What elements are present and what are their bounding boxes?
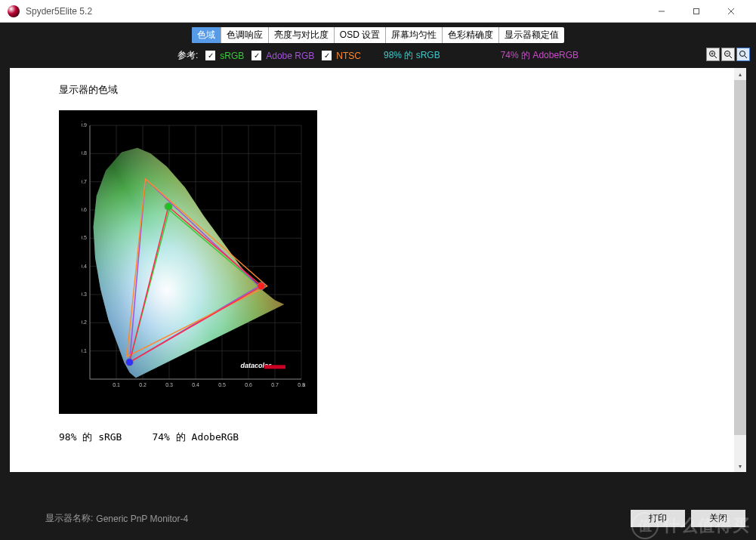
tabs: 色域色调响应亮度与对比度OSD 设置屏幕均匀性色彩精确度显示器额定值 [192,27,564,43]
svg-text:0.6: 0.6 [245,382,252,387]
ref-adobergb[interactable]: ✓ Adobe RGB [251,51,314,61]
checkbox-icon: ✓ [251,51,261,60]
close-action-button[interactable]: 关闭 [691,510,745,527]
chart-svg: 0.10.20.30.40.50.60.70.80.10.20.30.40.50… [82,118,310,394]
checkbox-icon: ✓ [322,51,332,60]
svg-text:0.5: 0.5 [218,382,226,387]
tabs-row: 色域色调响应亮度与对比度OSD 设置屏幕均匀性色彩精确度显示器额定值 [6,27,750,43]
footer: 显示器名称: Generic PnP Monitor-4 打印 关闭 [45,510,745,527]
below-srgb: 98% 的 sRGB [59,430,122,444]
checkbox-icon: ✓ [205,51,215,60]
minimize-button[interactable] [644,0,679,23]
svg-line-9 [730,56,732,58]
tab-0[interactable]: 色域 [192,27,221,43]
svg-text:0.3: 0.3 [165,382,173,387]
stat-adobergb: 74% 的 AdobeRGB [501,49,579,62]
svg-text:0.2: 0.2 [82,319,87,325]
svg-point-52 [165,203,172,211]
svg-text:0.2: 0.2 [139,382,147,387]
svg-text:0.4: 0.4 [192,382,199,387]
svg-point-51 [258,282,265,290]
close-button[interactable] [714,0,748,23]
svg-line-5 [714,56,717,58]
svg-text:0.7: 0.7 [82,179,87,184]
tab-3[interactable]: OSD 设置 [335,27,386,43]
tab-1[interactable]: 色调响应 [221,27,269,43]
zoom-in-button[interactable] [706,48,720,61]
gamut-chart: 0.10.20.30.40.50.60.70.80.10.20.30.40.50… [59,110,317,414]
svg-text:x: x [303,382,306,387]
svg-text:0.6: 0.6 [82,207,87,212]
zoom-fit-button[interactable] [736,48,750,61]
svg-rect-1 [694,8,699,14]
app-body: 色域色调响应亮度与对比度OSD 设置屏幕均匀性色彩精确度显示器额定值 参考: ✓… [0,23,756,540]
reference-row: 参考: ✓ sRGB ✓ Adobe RGB ✓ NTSC 98% 的 sRGB… [6,49,750,62]
titlebar: Spyder5Elite 5.2 [0,0,756,23]
tab-2[interactable]: 亮度与对比度 [269,27,335,43]
scroll-up-icon[interactable]: ▴ [734,68,746,80]
svg-line-12 [745,56,747,58]
ref-ntsc-label: NTSC [336,51,361,61]
ref-srgb-label: sRGB [220,51,244,61]
window-title: Spyder5Elite 5.2 [26,6,644,17]
scrollbar-thumb[interactable] [734,80,746,435]
zoom-controls [706,48,750,61]
tab-4[interactable]: 屏幕均匀性 [386,27,443,43]
svg-text:0.7: 0.7 [271,382,279,387]
svg-text:0.3: 0.3 [82,292,87,297]
svg-point-53 [126,359,134,366]
maximize-button[interactable] [679,0,714,23]
svg-text:0.9: 0.9 [82,122,87,128]
svg-text:0.8: 0.8 [82,150,87,156]
below-argb: 74% 的 AdobeRGB [152,430,239,444]
svg-text:0.4: 0.4 [82,264,87,269]
below-stats: 98% 的 sRGB 74% 的 AdobeRGB [59,430,731,444]
app-icon [8,5,20,17]
content-pane: 显示器的色域 0.10.20.30.40.50.60.70.80.10.20.3… [10,68,746,472]
svg-text:0.1: 0.1 [82,348,87,353]
monitor-name-label: 显示器名称: [45,512,93,525]
scrollbar[interactable]: ▴ ▾ [734,68,746,472]
stat-srgb: 98% 的 sRGB [384,49,440,62]
svg-text:0.1: 0.1 [113,382,120,387]
ref-srgb[interactable]: ✓ sRGB [205,51,244,61]
print-button[interactable]: 打印 [631,510,685,527]
tab-5[interactable]: 色彩精确度 [443,27,499,43]
monitor-name-value: Generic PnP Monitor-4 [96,514,188,524]
tab-6[interactable]: 显示器额定值 [499,27,564,43]
pane-title: 显示器的色域 [59,83,731,97]
zoom-out-button[interactable] [721,48,735,61]
ref-argb-label: Adobe RGB [266,51,314,61]
reference-label: 参考: [177,49,198,62]
ref-ntsc[interactable]: ✓ NTSC [322,51,361,61]
svg-rect-55 [264,365,285,369]
window-controls [644,0,748,23]
svg-point-11 [740,51,745,57]
svg-text:0.5: 0.5 [82,235,87,240]
scroll-down-icon[interactable]: ▾ [734,460,746,472]
